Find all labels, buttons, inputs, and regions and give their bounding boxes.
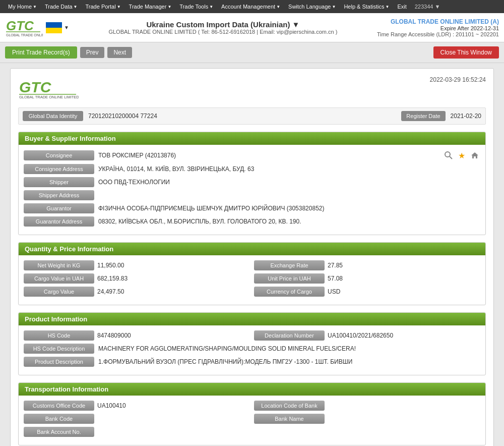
svg-line-9: [450, 156, 452, 159]
quantity-price-body: Net Weight in KG 11,950.00 Exchange Rate…: [19, 255, 485, 305]
main-title: Ukraine Custom Import Data (Ukrainian) ▼: [69, 20, 377, 29]
shipper-row: Shipper ООО ПВД-ТЕХНОЛОГИИ: [24, 177, 480, 187]
svg-rect-4: [46, 28, 62, 33]
nav-myhome[interactable]: My Home ▼: [4, 4, 41, 10]
svg-text:GTC: GTC: [6, 18, 34, 33]
nav-exit[interactable]: Exit: [393, 4, 410, 10]
qty-row-1: Net Weight in KG 11,950.00 Exchange Rate…: [24, 260, 480, 270]
record-card: GTC GLOBAL TRADE ONLINE LIMITED 2022-03-…: [10, 68, 494, 446]
currency-col: Currency of Cargo USD: [254, 287, 480, 297]
star-icon[interactable]: ★: [456, 150, 467, 161]
quantity-price-section: Quantity & Price Information Net Weight …: [18, 242, 486, 305]
sub-title: GLOBAL TRADE ONLINE LIMITED ( Tel: 86-51…: [69, 29, 377, 35]
next-button-top[interactable]: Next: [107, 47, 132, 58]
nav-helpstatistics[interactable]: Help & Statistics ▼: [340, 4, 393, 10]
nav-tradetools[interactable]: Trade Tools ▼: [175, 4, 217, 10]
product-desc-value: 1.ФОРМУВАЛЬНИЙ ВУЗОЛ (ПРЕС ГІДРАВЛІЧНИЙ)…: [98, 358, 480, 365]
flag-dropdown[interactable]: ▼: [64, 25, 69, 30]
product-info-section: Product Information HS Code 8474809000 D…: [18, 312, 486, 375]
chevron-icon: ▼: [117, 5, 121, 9]
global-data-identity-label: Global Data Identity: [23, 111, 83, 121]
chevron-icon: ▼: [74, 5, 78, 9]
product-info-body: HS Code 8474809000 Declaration Number UA…: [19, 325, 485, 375]
chevron-icon: ▼: [167, 5, 171, 9]
hs-code-row: HS Code 8474809000 Declaration Number UA…: [24, 330, 480, 341]
product-desc-label: Product Description: [24, 357, 94, 367]
close-button-top[interactable]: Close This Window: [433, 46, 499, 59]
consignee-value: ТОВ РОКСІМЕР (42013876): [98, 152, 439, 159]
bank-name-col: Bank Name: [254, 414, 480, 424]
user-id: 223344 ▼: [415, 4, 440, 10]
declaration-col: Declaration Number UA100410/2021/682650: [254, 330, 480, 341]
declaration-label: Declaration Number: [254, 330, 325, 341]
location-bank-label: Location Code of Bank: [254, 401, 325, 411]
cargo-uah-value: 682,159.83: [97, 275, 128, 282]
qty-row-3: Cargo Value 24,497.50 Currency of Cargo …: [24, 287, 480, 297]
currency-value: USD: [328, 288, 340, 295]
unit-price-label: Unit Price in UAH: [254, 273, 325, 284]
prev-button-top[interactable]: Prev: [80, 47, 105, 58]
cargo-uah-label: Cargo Value in UAH: [24, 273, 94, 284]
site-title: Ukraine Custom Import Data (Ukrainian) ▼…: [69, 20, 377, 35]
top-navigation: My Home ▼ Trade Data ▼ Trade Portal ▼ Tr…: [0, 0, 504, 13]
header-bar: GTC GLOBAL TRADE ONLINE LIMITED ▼ Ukrain…: [0, 13, 504, 42]
consignee-address-value: УКРАЇНА, 01014, М. КИЇВ, ВУЛ. ЗВІРИНЕЦЬК…: [98, 165, 480, 173]
nav-trademanager[interactable]: Trade Manager ▼: [125, 4, 176, 10]
guarantor-address-value: 08302, КИЇВСЬКА ОБЛ., М.БОРИСПІЛЬ, ВУЛ. …: [98, 218, 480, 225]
nav-accountmanagement[interactable]: Account Management ▼: [217, 4, 284, 10]
customs-code-value: UA100410: [97, 402, 126, 409]
exchange-rate-col: Exchange Rate 27.85: [254, 260, 480, 270]
cargo-value-label: Cargo Value: [24, 287, 94, 297]
transportation-header: Transportation Information: [19, 383, 485, 396]
nav-switchlanguage[interactable]: Switch Language ▼: [284, 4, 340, 10]
consignee-address-label: Consignee Address: [24, 164, 94, 174]
svg-text:GLOBAL TRADE ONLINE LIMITED: GLOBAL TRADE ONLINE LIMITED: [6, 33, 43, 37]
home-icon[interactable]: [469, 150, 480, 161]
customs-code-label: Customs Office Code: [24, 401, 94, 411]
unit-price-value: 57.08: [328, 275, 343, 282]
chevron-icon: ▼: [209, 5, 213, 9]
product-info-header: Product Information: [19, 313, 485, 325]
net-weight-label: Net Weight in KG: [24, 260, 94, 270]
expire-date: Expire After 2022-12-31: [377, 25, 499, 31]
customs-code-col: Customs Office Code UA100410: [24, 401, 250, 411]
nav-tradedata[interactable]: Trade Data ▼: [41, 4, 82, 10]
chevron-icon: ▼: [332, 5, 336, 9]
trans-row-1: Customs Office Code UA100410 Location Co…: [24, 401, 480, 411]
net-weight-value: 11,950.00: [97, 262, 124, 269]
shipper-label: Shipper: [24, 177, 94, 187]
cargo-value-col: Cargo Value 24,497.50: [24, 287, 250, 297]
top-toolbar: Print Trade Record(s) Prev Next Close Th…: [0, 42, 504, 63]
cargo-uah-col: Cargo Value in UAH 682,159.83: [24, 273, 250, 284]
nav-tradeportal[interactable]: Trade Portal ▼: [82, 4, 125, 10]
identity-row: Global Data Identity 720120210200004 772…: [18, 107, 486, 125]
global-data-identity-value: 720120210200004 77224: [88, 113, 396, 120]
date-range: Time Range Accessible (LDR) : 201101 ~ 2…: [377, 31, 499, 37]
logo-area: GTC GLOBAL TRADE ONLINE LIMITED ▼: [5, 16, 69, 39]
exchange-rate-value: 27.85: [328, 262, 343, 269]
search-icon[interactable]: [443, 150, 454, 161]
cargo-value-value: 24,497.50: [97, 288, 124, 295]
consignee-label: Consignee: [24, 150, 94, 160]
card-header: GTC GLOBAL TRADE ONLINE LIMITED 2022-03-…: [18, 76, 486, 101]
shipper-address-row: Shipper Address: [24, 190, 480, 200]
ukraine-flag: [46, 22, 62, 33]
guarantor-row: Guarantor ФІЗИЧНА ОСОБА-ПІДПРИЄМЕЦЬ ШЕМЧ…: [24, 203, 480, 213]
declaration-value: UA100410/2021/682650: [328, 332, 393, 339]
consignee-address-row: Consignee Address УКРАЇНА, 01014, М. КИЇ…: [24, 164, 480, 174]
flag-area: ▼: [46, 22, 69, 33]
location-bank-col: Location Code of Bank: [254, 401, 480, 411]
buyer-supplier-body: Consignee ТОВ РОКСІМЕР (42013876) ★: [19, 145, 485, 235]
svg-text:GTC: GTC: [19, 79, 52, 95]
bank-account-col: Bank Account No.: [24, 427, 250, 437]
currency-label: Currency of Cargo: [254, 287, 325, 297]
hs-desc-label: HS Code Description: [24, 344, 94, 354]
print-button-top[interactable]: Print Trade Record(s): [5, 46, 77, 59]
consignee-icons: ★: [443, 150, 480, 161]
gtc-logo: GTC GLOBAL TRADE ONLINE LIMITED: [5, 16, 43, 39]
chevron-icon: ▼: [33, 5, 37, 9]
register-date-value: 2021-02-20: [451, 113, 481, 120]
consignee-row: Consignee ТОВ РОКСІМЕР (42013876) ★: [24, 150, 480, 161]
hs-code-label: HS Code: [24, 330, 94, 341]
account-info: GLOBAL TRADE ONLINE LIMITED (A) Expire A…: [377, 18, 499, 37]
